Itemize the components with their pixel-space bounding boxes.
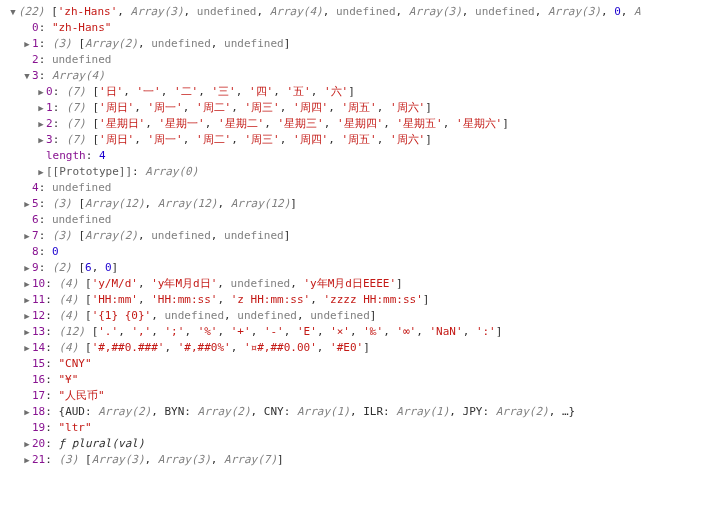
array-item: '#E0' bbox=[330, 341, 363, 354]
disclosure-arrow-icon[interactable]: ▶ bbox=[22, 228, 32, 244]
row-body: 18: {AUD: Array(2), BYN: Array(2), CNY: … bbox=[32, 404, 575, 420]
tree-row[interactable]: ▶1: (3) [Array(2), undefined, undefined] bbox=[8, 36, 715, 52]
array-item: '#,##0%' bbox=[178, 341, 231, 354]
array-item: '%' bbox=[198, 325, 218, 338]
value: Array(4) bbox=[52, 69, 105, 82]
array-item: Array(12) bbox=[231, 197, 291, 210]
disclosure-arrow-icon[interactable]: ▶ bbox=[22, 260, 32, 276]
property-key: 16 bbox=[32, 373, 45, 386]
array-item: undefined bbox=[224, 37, 284, 50]
obj-key: CNY bbox=[264, 405, 284, 418]
disclosure-arrow-icon[interactable]: ▶ bbox=[22, 436, 32, 452]
summary-item: 'zh-Hans' bbox=[58, 5, 118, 18]
disclosure-arrow-open-icon[interactable]: ▼ bbox=[22, 68, 32, 84]
disclosure-arrow-icon[interactable]: ▶ bbox=[22, 292, 32, 308]
row-body: 0: (7) ['日', '一', '二', '三', '四', '五', '六… bbox=[46, 84, 355, 100]
tree-row[interactable]: ▶9: (2) [6, 0] bbox=[8, 260, 715, 276]
tree-row[interactable]: ▶20: ƒ plural(val) bbox=[8, 436, 715, 452]
row-body: 4: undefined bbox=[32, 180, 111, 196]
disclosure-arrow-icon[interactable]: ▶ bbox=[36, 164, 46, 180]
property-key: 10 bbox=[32, 277, 45, 290]
array-item: Array(12) bbox=[85, 197, 145, 210]
value: 0 bbox=[52, 245, 59, 258]
summary-item: Array(3) bbox=[131, 5, 184, 18]
array-item: ',' bbox=[131, 325, 151, 338]
tree-row[interactable]: ▶18: {AUD: Array(2), BYN: Array(2), CNY:… bbox=[8, 404, 715, 420]
obj-val: Array(2) bbox=[496, 405, 549, 418]
property-key: 18 bbox=[32, 405, 45, 418]
array-item: '¤#,##0.00' bbox=[244, 341, 317, 354]
summary-item: A bbox=[634, 5, 641, 18]
array-item: '四' bbox=[249, 85, 273, 98]
value: undefined bbox=[52, 53, 112, 66]
array-item: '周三' bbox=[245, 133, 280, 146]
tree-row[interactable]: ▶1: (7) ['周日', '周一', '周二', '周三', '周四', '… bbox=[8, 100, 715, 116]
disclosure-arrow-icon[interactable]: ▶ bbox=[36, 84, 46, 100]
tree-row[interactable]: ▶5: (3) [Array(12), Array(12), Array(12)… bbox=[8, 196, 715, 212]
tree-row[interactable]: ▶10: (4) ['y/M/d', 'y年M月d日', undefined, … bbox=[8, 276, 715, 292]
disclosure-arrow-icon[interactable]: ▶ bbox=[22, 404, 32, 420]
disclosure-arrow-icon[interactable]: ▶ bbox=[22, 196, 32, 212]
array-item: 'E' bbox=[297, 325, 317, 338]
tree-row[interactable]: ▶2: (7) ['星期日', '星期一', '星期二', '星期三', '星期… bbox=[8, 116, 715, 132]
summary-item: 0 bbox=[614, 5, 621, 18]
array-item: Array(2) bbox=[85, 37, 138, 50]
array-item: '周六' bbox=[390, 101, 425, 114]
property-key: 1 bbox=[32, 37, 39, 50]
tree-row: ▶0: "zh-Hans" bbox=[8, 20, 715, 36]
array-length: (7) bbox=[66, 117, 93, 130]
value: "¥" bbox=[59, 373, 79, 386]
property-key: 19 bbox=[32, 421, 45, 434]
row-body: 15: "CNY" bbox=[32, 356, 92, 372]
row-body: [[Prototype]]: Array(0) bbox=[46, 164, 198, 180]
disclosure-arrow-icon[interactable]: ▶ bbox=[22, 36, 32, 52]
disclosure-arrow-icon[interactable]: ▶ bbox=[36, 116, 46, 132]
tree-row[interactable]: ▶12: (4) ['{1} {0}', undefined, undefine… bbox=[8, 308, 715, 324]
tree-row: ▶8: 0 bbox=[8, 244, 715, 260]
tree-row[interactable]: ▶14: (4) ['#,##0.###', '#,##0%', '¤#,##0… bbox=[8, 340, 715, 356]
array-item: undefined bbox=[237, 309, 297, 322]
row-body: 11: (4) ['HH:mm', 'HH:mm:ss', 'z HH:mm:s… bbox=[32, 292, 429, 308]
value: undefined bbox=[52, 213, 112, 226]
array-item: undefined bbox=[310, 309, 370, 322]
array-item: '周日' bbox=[99, 133, 134, 146]
obj-val: Array(1) bbox=[297, 405, 350, 418]
tree-row[interactable]: ▶[[Prototype]]: Array(0) bbox=[8, 164, 715, 180]
disclosure-arrow-icon[interactable]: ▶ bbox=[36, 100, 46, 116]
disclosure-arrow-icon[interactable]: ▶ bbox=[22, 452, 32, 468]
array-item: '×' bbox=[330, 325, 350, 338]
tree-row[interactable]: ▶21: (3) [Array(3), Array(3), Array(7)] bbox=[8, 452, 715, 468]
array-item: '五' bbox=[287, 85, 311, 98]
array-item: 'zzzz HH:mm:ss' bbox=[323, 293, 422, 306]
value: "zh-Hans" bbox=[52, 21, 112, 34]
row-body: 13: (12) ['.', ',', ';', '%', '+', '-', … bbox=[32, 324, 502, 340]
disclosure-arrow-open-icon[interactable]: ▼ bbox=[8, 4, 18, 20]
tree-row[interactable]: ▶13: (12) ['.', ',', ';', '%', '+', '-',… bbox=[8, 324, 715, 340]
tree-row: ▶length: 4 bbox=[8, 148, 715, 164]
tree-row[interactable]: ▼3: Array(4) bbox=[8, 68, 715, 84]
array-summary-row[interactable]: ▼(22) ['zh-Hans', Array(3), undefined, A… bbox=[8, 4, 715, 20]
disclosure-arrow-icon[interactable]: ▶ bbox=[22, 340, 32, 356]
disclosure-arrow-icon[interactable]: ▶ bbox=[22, 276, 32, 292]
tree-row[interactable]: ▶0: (7) ['日', '一', '二', '三', '四', '五', '… bbox=[8, 84, 715, 100]
array-item: '周三' bbox=[245, 101, 280, 114]
array-length: (2) bbox=[52, 261, 79, 274]
disclosure-arrow-icon[interactable]: ▶ bbox=[22, 308, 32, 324]
disclosure-arrow-icon[interactable]: ▶ bbox=[22, 324, 32, 340]
disclosure-arrow-icon[interactable]: ▶ bbox=[36, 132, 46, 148]
tree-row: ▶15: "CNY" bbox=[8, 356, 715, 372]
array-item: '日' bbox=[99, 85, 123, 98]
array-item: 0 bbox=[105, 261, 112, 274]
array-length: (22) bbox=[18, 5, 51, 18]
array-item: '周一' bbox=[148, 101, 183, 114]
tree-row[interactable]: ▶3: (7) ['周日', '周一', '周二', '周三', '周四', '… bbox=[8, 132, 715, 148]
row-body: 14: (4) ['#,##0.###', '#,##0%', '¤#,##0.… bbox=[32, 340, 370, 356]
row-body: 20: ƒ plural(val) bbox=[32, 436, 145, 452]
tree-row[interactable]: ▶11: (4) ['HH:mm', 'HH:mm:ss', 'z HH:mm:… bbox=[8, 292, 715, 308]
array-item: 'z HH:mm:ss' bbox=[231, 293, 310, 306]
tree-row[interactable]: ▶7: (3) [Array(2), undefined, undefined] bbox=[8, 228, 715, 244]
row-body: 8: 0 bbox=[32, 244, 59, 260]
property-key: [[Prototype]] bbox=[46, 165, 132, 178]
array-item: '二' bbox=[174, 85, 198, 98]
array-length: (3) bbox=[52, 37, 79, 50]
